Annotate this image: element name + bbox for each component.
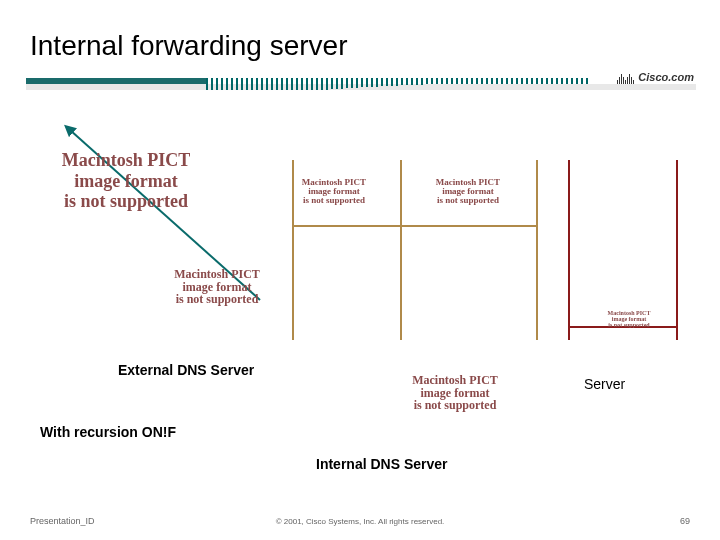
cisco-bars-icon — [617, 70, 634, 84]
pict-placeholder-small-2: Macintosh PICT image format is not suppo… — [432, 178, 504, 205]
label-internal-dns: Internal DNS Server — [316, 456, 448, 472]
cisco-logo: Cisco.com — [617, 70, 694, 84]
pict-placeholder-small-1: Macintosh PICT image format is not suppo… — [298, 178, 370, 205]
slide: Internal forwarding server Cisco.com Mac… — [0, 0, 720, 540]
diagram-vline-dark — [568, 160, 570, 340]
label-external-dns: External DNS Server — [118, 362, 254, 378]
pict-placeholder-tiny: Macintosh PICT image format is not suppo… — [594, 310, 664, 328]
diagram-vline-1 — [292, 160, 294, 340]
diagram-hline-2 — [400, 225, 536, 227]
diagram-vline-2 — [400, 160, 402, 340]
diagram-vline-dark-2 — [676, 160, 678, 340]
label-server: Server — [584, 376, 625, 392]
pict-placeholder-bottom: Macintosh PICT image format is not suppo… — [390, 374, 520, 412]
diagram-hline-1 — [292, 225, 400, 227]
footer-page-number: 69 — [680, 516, 690, 526]
pict-placeholder-large: Macintosh PICT image format is not suppo… — [36, 150, 216, 212]
label-recursion: With recursion ON!F — [40, 424, 176, 440]
cisco-logo-text: Cisco.com — [638, 71, 694, 83]
header-ticks — [206, 78, 596, 90]
header-rule — [26, 78, 696, 96]
header-teal-line — [26, 78, 206, 84]
page-title: Internal forwarding server — [30, 30, 347, 62]
footer-copyright: © 2001, Cisco Systems, Inc. All rights r… — [0, 517, 720, 526]
diagram-vline-3 — [536, 160, 538, 340]
pict-placeholder-mid: Macintosh PICT image format is not suppo… — [152, 268, 282, 306]
